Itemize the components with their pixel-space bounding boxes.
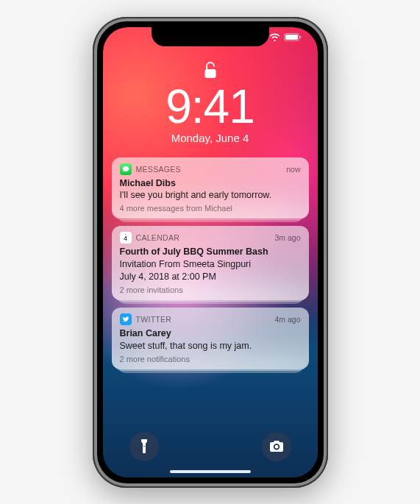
flashlight-icon xyxy=(140,439,149,454)
notification-title: Brian Carey xyxy=(120,327,301,340)
notification-card: MESSAGES now Michael Dibs I'll see you b… xyxy=(112,157,309,219)
wifi-icon xyxy=(269,33,280,41)
twitter-icon xyxy=(120,313,132,325)
notification-title: Fourth of July BBQ Summer Bash xyxy=(120,246,301,258)
notification-stack-messages[interactable]: MESSAGES now Michael Dibs I'll see you b… xyxy=(112,157,309,219)
screen: 9:41 Monday, June 4 MESSAGES now xyxy=(103,27,318,478)
notch xyxy=(152,27,269,46)
lockscreen-time: 9:41 xyxy=(165,83,255,130)
notification-body2: July 4, 2018 at 2:00 PM xyxy=(120,271,301,283)
battery-icon xyxy=(284,33,302,41)
unlock-icon xyxy=(203,61,218,80)
notification-more: 2 more notifications xyxy=(120,355,301,363)
messages-icon xyxy=(120,163,132,175)
camera-button[interactable] xyxy=(262,432,291,461)
notification-timestamp: 4m ago xyxy=(274,315,300,324)
notification-title: Michael Dibs xyxy=(120,177,301,190)
lockscreen-date: Monday, June 4 xyxy=(171,132,249,144)
notification-timestamp: now xyxy=(286,165,300,174)
home-indicator[interactable] xyxy=(170,470,251,473)
app-name: MESSAGES xyxy=(136,165,282,174)
camera-icon xyxy=(269,441,284,452)
notification-card: TWITTER 4m ago Brian Carey Sweet stuff, … xyxy=(112,308,309,369)
app-name: TWITTER xyxy=(136,315,271,324)
notification-body: Sweet stuff, that song is my jam. xyxy=(120,340,301,352)
notification-body: I'll see you bright and early tomorrow. xyxy=(120,189,301,202)
notification-timestamp: 3m ago xyxy=(274,233,300,242)
notification-more: 4 more messages from Michael xyxy=(120,204,301,213)
device-frame: 9:41 Monday, June 4 MESSAGES now xyxy=(93,17,328,488)
app-name: CALENDAR xyxy=(136,233,271,242)
notification-more: 2 more invitations xyxy=(120,285,301,294)
flashlight-button[interactable] xyxy=(129,432,159,461)
svg-rect-6 xyxy=(299,35,301,38)
svg-rect-7 xyxy=(204,69,216,78)
notification-body: Invitation From Smeeta Singpuri xyxy=(120,258,301,271)
calendar-icon: • 4 xyxy=(120,232,132,244)
notification-list: MESSAGES now Michael Dibs I'll see you b… xyxy=(112,157,309,369)
svg-rect-5 xyxy=(285,35,298,40)
notification-stack-calendar[interactable]: • 4 CALENDAR 3m ago Fourth of July BBQ S… xyxy=(112,226,309,300)
notification-stack-twitter[interactable]: TWITTER 4m ago Brian Carey Sweet stuff, … xyxy=(112,308,309,369)
notification-card: • 4 CALENDAR 3m ago Fourth of July BBQ S… xyxy=(112,226,309,300)
